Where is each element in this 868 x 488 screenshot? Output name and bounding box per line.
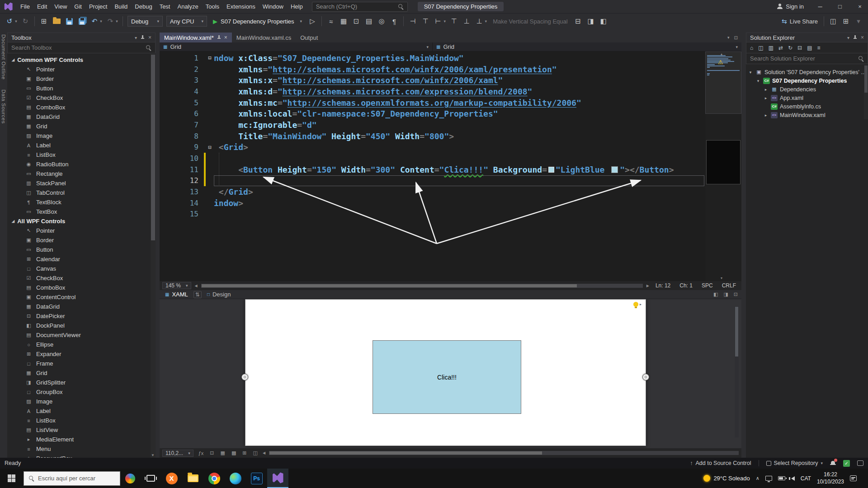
- fold-marker[interactable]: ⊟: [206, 144, 214, 150]
- toolbox-item-border[interactable]: ▣Border: [7, 235, 156, 245]
- properties-icon[interactable]: ≡: [817, 45, 820, 51]
- toolbox-item-groupbox[interactable]: □GroupBox: [7, 387, 156, 397]
- build-status-icon[interactable]: ✓: [843, 460, 850, 467]
- toolbox-item-combobox[interactable]: ▤ComboBox: [7, 283, 156, 292]
- toolbox-item-datepicker[interactable]: ⊡DatePicker: [7, 311, 156, 321]
- toolbox-item-mediaelement[interactable]: ▸MediaElement: [7, 435, 156, 444]
- chevron-down-icon[interactable]: ▾: [135, 35, 137, 40]
- snap-grid-icon[interactable]: ▩: [231, 450, 236, 456]
- toolbox-item-dockpanel[interactable]: ◧DockPanel: [7, 321, 156, 330]
- menu-build[interactable]: Build: [111, 0, 131, 14]
- right-anchor-handle[interactable]: [642, 374, 649, 380]
- feedback-icon[interactable]: ◫: [827, 15, 839, 27]
- maximize-button[interactable]: □: [832, 0, 848, 14]
- minimize-button[interactable]: ─: [812, 0, 828, 14]
- pin-icon[interactable]: [217, 35, 221, 40]
- tree-item-solution-s07-dependency-properties-1-of-[interactable]: ▾▣Solution 'S07 Dependency Properties' (…: [746, 68, 868, 76]
- toolbox-item-grid[interactable]: ▦Grid: [7, 122, 156, 131]
- menu-test[interactable]: Test: [156, 0, 174, 14]
- lock-guides-icon[interactable]: ◨: [585, 15, 597, 27]
- hot-reload-icon[interactable]: ≈: [325, 15, 337, 27]
- tab-document-outline[interactable]: Document Outline: [1, 34, 6, 80]
- toolbox-item-radiobutton[interactable]: ◉RadioButton: [7, 160, 156, 169]
- designer-zoom-dropdown[interactable]: 110,2... ▾: [162, 450, 193, 457]
- pin-icon[interactable]: [853, 35, 857, 40]
- designed-button[interactable]: Clica!!!: [373, 340, 521, 414]
- swap-panes-icon[interactable]: ⇅: [193, 291, 202, 298]
- chevron-down-icon[interactable]: ▾: [736, 45, 738, 49]
- menu-view[interactable]: View: [51, 0, 71, 14]
- code-line-4[interactable]: 4 xmlns:d="http://schemas.microsoft.com/…: [160, 86, 704, 97]
- toolbox-item-pointer[interactable]: ↖Pointer: [7, 65, 156, 74]
- live-share-button[interactable]: ⇆Live Share: [779, 18, 821, 25]
- fold-marker[interactable]: ⊟: [206, 55, 214, 61]
- menu-help[interactable]: Help: [287, 0, 307, 14]
- visualstudio-taskbar-button[interactable]: [267, 469, 288, 488]
- toolbox-item-checkbox[interactable]: ☑CheckBox: [7, 273, 156, 283]
- show-grid-icon[interactable]: ▦: [221, 450, 225, 456]
- menu-window[interactable]: Window: [259, 0, 287, 14]
- navigate-icon[interactable]: ◎: [376, 15, 387, 27]
- quick-search-box[interactable]: Search (Ctrl+Q): [312, 2, 408, 12]
- scroll-up-icon[interactable]: ▴: [721, 52, 722, 56]
- scroll-right-icon[interactable]: ▶: [646, 284, 649, 288]
- close-tab-icon[interactable]: ×: [224, 34, 227, 41]
- editor-horizontal-scrollbar[interactable]: [201, 284, 643, 288]
- code-line-3[interactable]: 3 xmlns:x="http://schemas.microsoft.com/…: [160, 75, 704, 86]
- task-view-button[interactable]: [140, 469, 161, 488]
- menu-git[interactable]: Git: [71, 0, 85, 14]
- align-centers-icon[interactable]: ⊤: [420, 15, 431, 27]
- code-line-6[interactable]: 6 xmlns:local="clr-namespace:S07_Depende…: [160, 108, 704, 119]
- comment-icon[interactable]: ¶: [388, 15, 400, 27]
- display-tray-icon[interactable]: [765, 476, 772, 481]
- tab-design[interactable]: □ Design: [203, 290, 235, 299]
- toolbox-item-tabcontrol[interactable]: ◫TabControl: [7, 188, 156, 197]
- select-repository-button[interactable]: Select Repository ▾: [766, 460, 823, 466]
- toolbox-search-box[interactable]: Search Toolbox: [7, 42, 156, 53]
- edge-taskbar-button[interactable]: [225, 469, 246, 488]
- zoom-fit-icon[interactable]: ⊡: [210, 450, 214, 456]
- code-line-10[interactable]: 10: [160, 153, 704, 164]
- toolbox-item-button[interactable]: ▭Button: [7, 245, 156, 254]
- left-anchor-handle[interactable]: [241, 374, 248, 380]
- battery-icon[interactable]: [778, 476, 785, 480]
- line-ending-indicator[interactable]: CRLF: [722, 282, 736, 289]
- tab-xaml[interactable]: ▦ XAML: [161, 290, 192, 299]
- toolbox-item-contentcontrol[interactable]: ▣ContentControl: [7, 292, 156, 302]
- toolbox-item-frame[interactable]: □Frame: [7, 359, 156, 368]
- switch-views-icon[interactable]: ◫: [758, 45, 763, 51]
- chevron-down-icon[interactable]: ▾: [426, 45, 429, 49]
- toolbox-item-gridsplitter[interactable]: ◨GridSplitter: [7, 378, 156, 387]
- code-line-14[interactable]: 14indow>: [160, 197, 704, 209]
- align-tops-icon[interactable]: ⊤: [448, 15, 460, 27]
- pin-icon[interactable]: [141, 35, 145, 40]
- toolbox-group-common-wpf-controls[interactable]: ◢Common WPF Controls: [7, 55, 156, 65]
- toolbox-item-image[interactable]: ▨Image: [7, 131, 156, 141]
- break-all-icon[interactable]: ⊡: [350, 15, 362, 27]
- scrollbar-thumb[interactable]: [202, 284, 577, 287]
- scrollbar-thumb[interactable]: [151, 55, 155, 240]
- scroll-left-icon[interactable]: ◀: [195, 284, 198, 288]
- sync-with-active-document-icon[interactable]: ⇄: [778, 45, 783, 51]
- expand-pane-icon[interactable]: ⊡: [734, 291, 738, 297]
- code-line-11[interactable]: 11 <Button Height="150" Width="300" Cont…: [160, 164, 704, 175]
- horizontal-split-icon[interactable]: ◨: [723, 291, 728, 297]
- toolbox-item-stackpanel[interactable]: ▥StackPanel: [7, 178, 156, 188]
- code-line-13[interactable]: 13 </Grid>: [160, 186, 704, 197]
- home-icon[interactable]: ⌂: [750, 45, 753, 51]
- active-files-chevron-icon[interactable]: ▾: [727, 35, 730, 40]
- nav-back-chevron-icon[interactable]: ▾: [14, 15, 19, 27]
- hidden-icons-chevron-icon[interactable]: ∧: [756, 475, 760, 481]
- feedback-icon[interactable]: [857, 460, 863, 466]
- toolbox-item-ellipse[interactable]: ○Ellipse: [7, 340, 156, 349]
- scroll-left-icon[interactable]: ◀: [263, 451, 265, 455]
- weather-widget[interactable]: 29°C Soleado: [703, 475, 750, 482]
- explorer-taskbar-button[interactable]: [182, 469, 203, 488]
- code-line-7[interactable]: 7 mc:Ignorable="d": [160, 119, 704, 131]
- panel-layout-icon[interactable]: ⊞: [840, 15, 852, 27]
- toolbox-scrollbar[interactable]: ▼: [151, 54, 156, 458]
- sign-in-link[interactable]: Sign in: [777, 3, 804, 10]
- toolbox-item-passwordbox[interactable]: ∗PasswordBox: [7, 454, 156, 458]
- toolbox-item-button[interactable]: ▭Button: [7, 84, 156, 93]
- toolbox-item-menu[interactable]: ≡Menu: [7, 444, 156, 454]
